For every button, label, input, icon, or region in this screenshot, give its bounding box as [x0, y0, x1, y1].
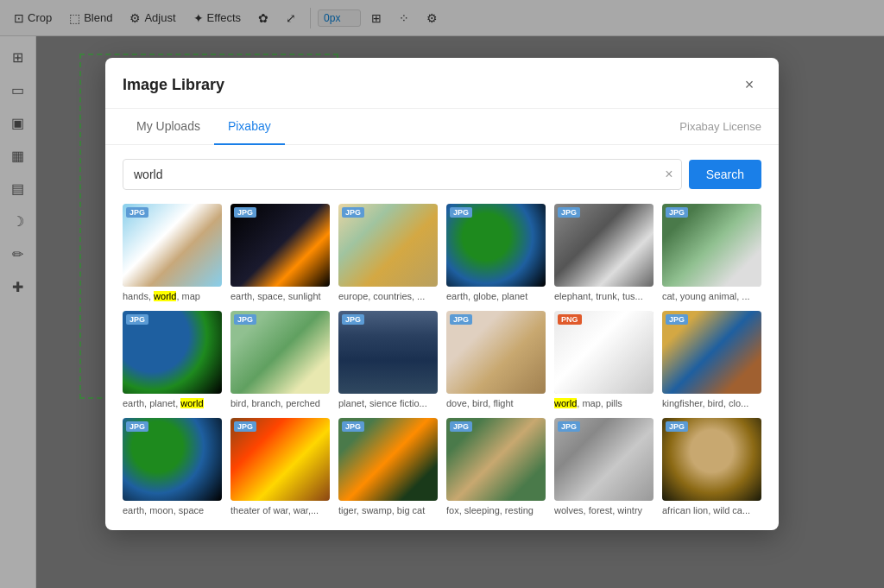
- image-type-badge: JPG: [666, 421, 688, 432]
- image-caption: europe, countries, ...: [338, 290, 438, 302]
- image-caption: world, map, pills: [554, 397, 654, 409]
- tab-pixabay[interactable]: Pixabay: [214, 109, 285, 145]
- image-item[interactable]: JPGwolves, forest, wintry: [554, 418, 654, 516]
- search-bar: × Search: [105, 145, 779, 204]
- modal-header: Image Library ×: [105, 58, 779, 109]
- image-grid-wrap[interactable]: JPGhands, world, mapJPGearth, space, sun…: [105, 204, 779, 530]
- image-caption: earth, space, sunlight: [230, 290, 330, 302]
- image-type-badge: JPG: [126, 314, 148, 325]
- modal-title: Image Library: [123, 76, 224, 94]
- image-grid: JPGhands, world, mapJPGearth, space, sun…: [123, 204, 761, 516]
- image-type-badge: JPG: [666, 314, 688, 325]
- search-button[interactable]: Search: [689, 160, 761, 189]
- image-type-badge: JPG: [450, 421, 472, 432]
- tab-my-uploads[interactable]: My Uploads: [123, 109, 214, 145]
- image-type-badge: JPG: [342, 207, 364, 218]
- image-type-badge: JPG: [342, 421, 364, 432]
- image-caption: african lion, wild ca...: [662, 504, 761, 516]
- image-caption: theater of war, war,...: [230, 504, 330, 516]
- image-type-badge: JPG: [126, 421, 148, 432]
- image-item[interactable]: JPGelephant, trunk, tus...: [554, 204, 654, 302]
- search-input[interactable]: [123, 159, 682, 190]
- image-caption: tiger, swamp, big cat: [338, 504, 438, 516]
- image-caption: earth, moon, space: [123, 504, 222, 516]
- image-caption: wolves, forest, wintry: [554, 504, 654, 516]
- image-item[interactable]: JPGeurope, countries, ...: [338, 204, 438, 302]
- image-type-badge: JPG: [126, 207, 148, 218]
- image-type-badge: JPG: [558, 207, 580, 218]
- image-type-badge: JPG: [450, 314, 472, 325]
- image-item[interactable]: PNGworld, map, pills: [554, 311, 654, 409]
- image-item[interactable]: JPGplanet, sience fictio...: [338, 311, 438, 409]
- image-caption: hands, world, map: [123, 290, 222, 302]
- image-type-badge: JPG: [342, 314, 364, 325]
- image-caption: dove, bird, flight: [446, 397, 546, 409]
- image-item[interactable]: JPGhands, world, map: [123, 204, 222, 302]
- search-clear-button[interactable]: ×: [665, 167, 672, 182]
- image-item[interactable]: JPGdove, bird, flight: [446, 311, 546, 409]
- image-item[interactable]: JPGtiger, swamp, big cat: [338, 418, 438, 516]
- image-caption: planet, sience fictio...: [338, 397, 438, 409]
- image-caption: fox, sleeping, resting: [446, 504, 546, 516]
- image-caption: kingfisher, bird, clo...: [662, 397, 761, 409]
- image-item[interactable]: JPGearth, space, sunlight: [230, 204, 330, 302]
- image-caption: elephant, trunk, tus...: [554, 290, 654, 302]
- image-item[interactable]: JPGafrican lion, wild ca...: [662, 418, 761, 516]
- image-item[interactable]: JPGfox, sleeping, resting: [446, 418, 546, 516]
- modal-tabs: My Uploads Pixabay Pixabay License: [105, 109, 779, 145]
- image-item[interactable]: JPGearth, globe, planet: [446, 204, 546, 302]
- image-type-badge: JPG: [234, 314, 256, 325]
- search-input-wrap: ×: [123, 159, 682, 190]
- image-library-modal: Image Library × My Uploads Pixabay Pixab…: [105, 58, 779, 530]
- image-type-badge: JPG: [234, 207, 256, 218]
- image-item[interactable]: JPGcat, young animal, ...: [662, 204, 761, 302]
- image-type-badge: JPG: [558, 421, 580, 432]
- image-item[interactable]: JPGearth, moon, space: [123, 418, 222, 516]
- image-item[interactable]: JPGearth, planet, world: [123, 311, 222, 409]
- image-type-badge: JPG: [666, 207, 688, 218]
- image-type-badge: JPG: [234, 421, 256, 432]
- image-caption: earth, globe, planet: [446, 290, 546, 302]
- image-item[interactable]: JPGtheater of war, war,...: [230, 418, 330, 516]
- image-item[interactable]: JPGkingfisher, bird, clo...: [662, 311, 761, 409]
- tabs-left: My Uploads Pixabay: [123, 109, 285, 144]
- modal-close-button[interactable]: ×: [737, 73, 761, 98]
- pixabay-license-link[interactable]: Pixabay License: [679, 120, 761, 133]
- image-caption: cat, young animal, ...: [662, 290, 761, 302]
- image-caption: earth, planet, world: [123, 397, 222, 409]
- image-type-badge: PNG: [558, 314, 582, 325]
- modal-overlay: Image Library × My Uploads Pixabay Pixab…: [0, 0, 884, 588]
- image-item[interactable]: JPGbird, branch, perched: [230, 311, 330, 409]
- image-caption: bird, branch, perched: [230, 397, 330, 409]
- image-type-badge: JPG: [450, 207, 472, 218]
